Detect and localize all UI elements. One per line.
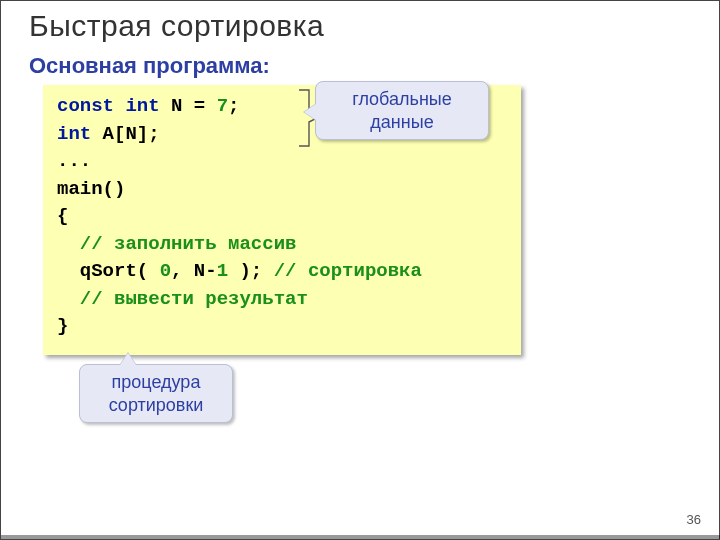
arg-1: 1 xyxy=(217,260,228,282)
code-line-8: // вывести результат xyxy=(57,286,507,314)
callout-global-data: глобальные данные xyxy=(315,81,489,140)
callout-text: глобальные данные xyxy=(352,89,452,132)
keyword-const: const xyxy=(57,95,114,117)
call-qsort: qSort( xyxy=(80,260,160,282)
literal-7: 7 xyxy=(217,95,228,117)
bottom-accent xyxy=(1,535,720,539)
slide-title: Быстрая сортировка xyxy=(29,9,324,43)
identifier-N: N xyxy=(171,95,182,117)
keyword-int: int xyxy=(57,123,91,145)
code-line-3: ... xyxy=(57,148,507,176)
semicolon: ; xyxy=(228,95,239,117)
callout-sort-procedure: процедура сортировки xyxy=(79,364,233,423)
comment-fill: // заполнить массив xyxy=(80,233,297,255)
slide-subtitle: Основная программа: xyxy=(29,53,270,79)
page-number: 36 xyxy=(687,512,701,527)
code-line-4: main() xyxy=(57,176,507,204)
keyword-int: int xyxy=(125,95,159,117)
code-line-9: } xyxy=(57,313,507,341)
code-line-6: // заполнить массив xyxy=(57,231,507,259)
comment-output: // вывести результат xyxy=(80,288,308,310)
code-line-5: { xyxy=(57,203,507,231)
array-decl: A[N]; xyxy=(91,123,159,145)
code-line-7: qSort( 0, N-1 ); // сортировка xyxy=(57,258,507,286)
comment-sort: // сортировка xyxy=(274,260,422,282)
callout-line1: процедура xyxy=(112,372,201,392)
arg-0: 0 xyxy=(160,260,171,282)
equals: = xyxy=(194,95,205,117)
callout-line2: сортировки xyxy=(109,395,204,415)
slide: Быстрая сортировка Основная программа: c… xyxy=(0,0,720,540)
